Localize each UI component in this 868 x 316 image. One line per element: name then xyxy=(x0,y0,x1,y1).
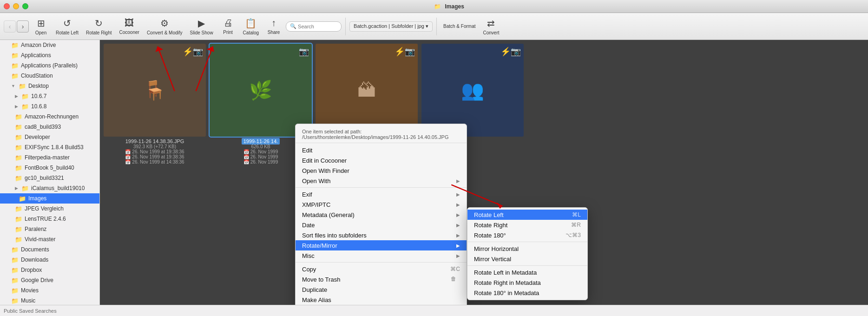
search-bar[interactable]: 🔍 xyxy=(286,21,342,32)
rotate-left-button[interactable]: ↺ Rotate Left xyxy=(53,15,81,38)
folder-icon: 📁 xyxy=(434,3,441,10)
sidebar-item-images[interactable]: 📁 Images xyxy=(0,193,99,204)
image-label-1: 1999-11-26 14.38.36.JPG xyxy=(125,138,184,144)
folder-icon: 📁 xyxy=(15,226,22,233)
ctx-item-duplicate[interactable]: Duplicate xyxy=(296,284,467,295)
ctx-item-sort-subfolders[interactable]: Sort files into subfolders ▶ xyxy=(296,230,467,240)
image-date-2a: 📅26. Nov 1999 xyxy=(243,149,278,154)
trash-icon: 🗑 xyxy=(451,276,458,283)
maximize-button[interactable] xyxy=(22,3,28,9)
convert-toolbar-button[interactable]: ⇄ Convert xyxy=(480,15,502,38)
ctx-item-metadata[interactable]: Metadata (General) ▶ xyxy=(296,210,467,220)
ctx-item-open-with[interactable]: Open With ▶ xyxy=(296,176,467,186)
sidebar-item-applications-parallels[interactable]: 📁 Applications (Parallels) xyxy=(0,60,99,71)
submenu-item-rotate-left-meta[interactable]: Rotate Left in Metadata xyxy=(467,267,587,277)
sidebar-item-dropbox[interactable]: 📁 Dropbox xyxy=(0,265,99,275)
image-card-1[interactable]: 🪑 ⚡📷 1999-11-26 14.38.36.JPG 392.3 KB (+… xyxy=(104,44,206,165)
share-button[interactable]: ↑ Share xyxy=(263,15,284,38)
sidebar-item-amazon-rechnungen[interactable]: 📁 Amazon-Rechnungen xyxy=(0,112,99,122)
folder-icon: 📁 xyxy=(11,72,19,79)
folder-icon: 📁 xyxy=(15,144,22,151)
image-date-2c: 📅26. Nov 1999 xyxy=(243,159,278,165)
ctx-item-edit-cocooner[interactable]: Edit in Cocooner xyxy=(296,155,467,165)
rotate-right-button[interactable]: ↻ Rotate Right xyxy=(83,15,115,38)
catalog-icon: 📋 xyxy=(245,18,256,29)
folder-icon: 📁 xyxy=(21,103,29,110)
sidebar-item-music[interactable]: 📁 Music xyxy=(0,296,99,305)
print-button[interactable]: 🖨 Print xyxy=(218,15,238,38)
context-menu[interactable]: One item selected at path: /Users/thorst… xyxy=(295,124,467,305)
sidebar-item-documents[interactable]: 📁 Documents xyxy=(0,244,99,255)
sidebar-item-fontbook[interactable]: 📁 FontBook 5_build40 xyxy=(0,163,99,173)
submenu-arrow: ▶ xyxy=(456,223,460,228)
sidebar-item-filterpedia[interactable]: 📁 Filterpedia-master xyxy=(0,152,99,163)
ctx-item-open-finder[interactable]: Open With Finder xyxy=(296,165,467,176)
cocooner-button[interactable]: 🖼 Cocooner xyxy=(117,15,142,38)
sidebar-item-jpeg-vergleich[interactable]: 📁 JPEG Vergleich xyxy=(0,204,99,214)
ctx-item-exif[interactable]: Exif ▶ xyxy=(296,189,467,199)
sidebar-item-developer[interactable]: 📁 Developer xyxy=(0,132,99,142)
sidebar-item-amazon-drive[interactable]: 📁 Amazon Drive xyxy=(0,40,99,50)
main-content: 📁 Amazon Drive 📁 Applications 📁 Applicat… xyxy=(0,40,868,305)
folder-icon: 📁 xyxy=(19,83,26,90)
sidebar-item-google-drive[interactable]: 📁 Google Drive xyxy=(0,275,99,285)
sidebar-item-exifsync[interactable]: 📁 EXIFSync 1.8.4 Build53 xyxy=(0,142,99,152)
image-meta-2: 626.0 KB xyxy=(251,144,270,149)
status-text: Public Saved Searches xyxy=(4,308,57,314)
sidebar-item-lenstrue[interactable]: 📁 LensTRUE 2.4.6 xyxy=(0,214,99,224)
submenu-item-rotate-right-meta[interactable]: Rotate Right in Metadata xyxy=(467,277,587,288)
rotate-left-icon: ↺ xyxy=(63,18,71,29)
sidebar-item-desktop[interactable]: ▼ 📁 Desktop xyxy=(0,81,99,91)
sidebar-item-cad8[interactable]: 📁 cad8_build393 xyxy=(0,122,99,132)
folder-icon: 📁 xyxy=(15,113,22,120)
sidebar-item-applications[interactable]: 📁 Applications xyxy=(0,50,99,60)
ctx-item-edit[interactable]: Edit xyxy=(296,145,467,155)
cocooner-icon: 🖼 xyxy=(125,18,134,28)
ctx-item-xmp[interactable]: XMP/IPTC ▶ xyxy=(296,199,467,210)
view-button[interactable]: ⊞ Open xyxy=(31,15,51,38)
sidebar-item-downloads[interactable]: 📁 Downloads xyxy=(0,255,99,265)
ctx-item-copy[interactable]: Copy ⌘C xyxy=(296,264,467,274)
sidebar-item-movies[interactable]: 📁 Movies xyxy=(0,285,99,296)
slide-show-button[interactable]: ▶ Slide Show xyxy=(187,15,216,38)
ctx-separator-1 xyxy=(296,187,467,188)
submenu-arrow: ▶ xyxy=(456,233,460,238)
image-card-4[interactable]: 👥 ⚡📷 xyxy=(421,44,524,137)
nav-buttons: ‹ › xyxy=(4,20,29,33)
submenu-item-rotate-right[interactable]: Rotate Right ⌘R xyxy=(467,220,587,230)
image-thumb-3: 🏔 ⚡📷 xyxy=(316,44,418,137)
batch-format-button[interactable]: Batch & Format xyxy=(441,15,478,38)
submenu-item-rotate-180[interactable]: Rotate 180° ⌥⌘3 xyxy=(467,230,587,240)
image-label-2: 1999-11-26 14. xyxy=(242,138,280,144)
submenu-item-rotate-left[interactable]: Rotate Left ⌘L xyxy=(467,210,587,220)
minimize-button[interactable] xyxy=(13,3,19,9)
image-date-2b: 📅26. Nov 1999 xyxy=(243,154,278,159)
rotate-mirror-submenu[interactable]: Rotate Left ⌘L Rotate Right ⌘R Rotate 18… xyxy=(467,207,588,300)
sidebar-item-vivid[interactable]: 📁 Vivid-master xyxy=(0,234,99,244)
submenu-item-mirror-h[interactable]: Mirror Horizontal xyxy=(467,244,587,254)
submenu-item-rotate-180-meta[interactable]: Rotate 180° in Metadata xyxy=(467,288,587,298)
back-button[interactable]: ‹ xyxy=(4,20,16,33)
ctx-item-date[interactable]: Date ▶ xyxy=(296,220,467,230)
sidebar-item-icalamus[interactable]: ▶ 📁 iCalamus_build19010 xyxy=(0,183,99,193)
sidebar-item-10-6-8[interactable]: ▶ 📁 10.6.8 xyxy=(0,101,99,112)
close-button[interactable] xyxy=(4,3,10,9)
ctx-item-misc[interactable]: Misc ▶ xyxy=(296,250,467,261)
path-bar[interactable]: Batch.gcaction | Subfolder | jpg ▾ xyxy=(349,21,433,32)
rotate-right-shortcut: ⌘R xyxy=(571,222,581,228)
ctx-item-move-trash[interactable]: Move to Trash 🗑 xyxy=(296,274,467,284)
forward-button[interactable]: › xyxy=(17,20,29,33)
ctx-item-make-alias[interactable]: Make Alias xyxy=(296,295,467,305)
submenu-item-mirror-v[interactable]: Mirror Vertical xyxy=(467,254,587,264)
folder-icon: 📁 xyxy=(11,42,19,49)
convert-modify-button[interactable]: ⚙ Convert & Modify xyxy=(144,15,185,38)
sidebar-item-gc10[interactable]: 📁 gc10_build3321 xyxy=(0,173,99,183)
sidebar-item-10-6-7[interactable]: ▶ 📁 10.6.7 xyxy=(0,91,99,101)
expand-arrow: ▶ xyxy=(15,104,18,109)
sidebar-item-paralenz[interactable]: 📁 Paralenz xyxy=(0,224,99,234)
sidebar-item-cloudstation[interactable]: 📁 CloudStation xyxy=(0,71,99,81)
ctx-item-rotate-mirror[interactable]: Rotate/Mirror ▶ xyxy=(296,240,467,250)
catalog-button[interactable]: 📋 Catalog xyxy=(240,15,262,38)
search-input[interactable] xyxy=(298,24,337,29)
sidebar: 📁 Amazon Drive 📁 Applications 📁 Applicat… xyxy=(0,40,100,305)
